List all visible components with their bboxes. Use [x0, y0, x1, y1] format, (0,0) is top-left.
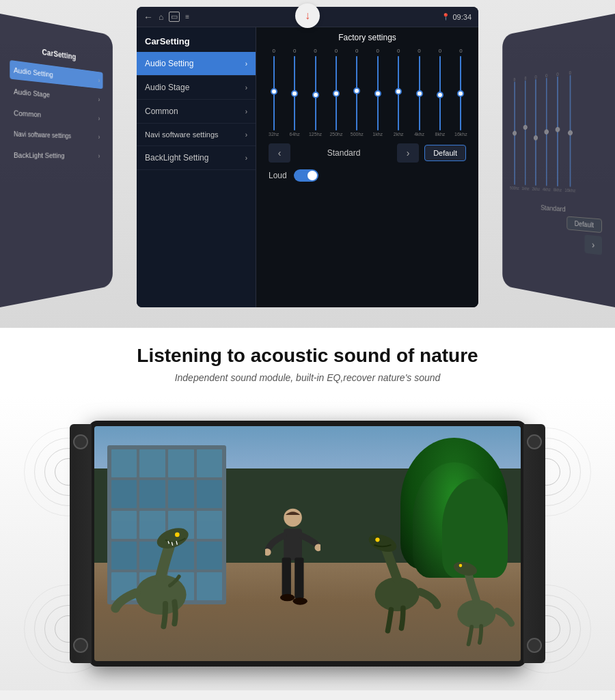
- panel-main-content: Factory settings 0 32hz 0: [256, 27, 478, 307]
- down-arrow-icon: ↓: [305, 10, 310, 22]
- menu-item-navi[interactable]: Navi software settings ›: [137, 124, 256, 146]
- menu-chevron-icon: ›: [245, 84, 247, 92]
- prev-preset-button[interactable]: ‹: [269, 143, 290, 163]
- eq-col-250hz: 0 250hz: [327, 48, 345, 137]
- left-menu-backlight[interactable]: BackLight Setting ›: [10, 145, 102, 165]
- dino-left: [107, 513, 206, 649]
- loud-label: Loud: [269, 171, 287, 180]
- dino-right-1: [359, 520, 444, 643]
- svg-rect-6: [295, 558, 303, 599]
- menu-chevron-icon: ›: [245, 108, 247, 115]
- svg-point-13: [375, 537, 379, 542]
- toggle-knob: [308, 171, 317, 180]
- mount-screw-tr: [527, 434, 542, 449]
- eq-col-16khz: 0 16khz: [452, 48, 470, 137]
- svg-point-3: [284, 509, 302, 527]
- chevron-right-icon: ›: [98, 77, 100, 84]
- settings-screen-section: ↓ CarSetting Audio Setting › Audio Stage…: [0, 0, 615, 328]
- topbar-time: 09:34: [452, 13, 472, 21]
- back-button[interactable]: ←: [144, 12, 153, 23]
- video-screen: [94, 426, 521, 661]
- menu-item-common[interactable]: Common ›: [137, 100, 256, 124]
- eq-col-4khz: 0 4khz: [410, 48, 428, 137]
- next-preset-button[interactable]: ›: [397, 143, 419, 163]
- eq-col-32hz: 0 32hz: [264, 48, 283, 137]
- left-panel-content: CarSetting Audio Setting › Audio Stage ›…: [3, 35, 108, 174]
- down-arrow-button[interactable]: ↓: [295, 3, 320, 28]
- right-mount: [523, 424, 545, 663]
- human-figure: [265, 501, 320, 638]
- chevron-right-icon: ›: [98, 152, 100, 159]
- svg-point-15: [452, 560, 478, 578]
- menu-chevron-icon: ›: [245, 131, 247, 139]
- car-head-unit: [89, 421, 526, 667]
- left-eq-bg: [110, 70, 118, 245]
- eq-col-125hz: 0 125hz: [306, 48, 325, 137]
- menu-chevron-icon: ›: [245, 60, 247, 68]
- mount-screw-bl: [73, 638, 88, 653]
- eq-controls-row: ‹ Standard › Default: [263, 139, 472, 167]
- right-next-button[interactable]: ›: [584, 235, 602, 255]
- right-bg-panel: 0 500hz 0 1khz 0: [502, 14, 615, 307]
- topbar-nav-icons: ← ⌂ ▭ ≡: [144, 12, 189, 23]
- svg-point-2: [175, 533, 180, 537]
- bottom-device-section: [0, 397, 615, 690]
- svg-point-7: [280, 594, 295, 602]
- home-icon[interactable]: ⌂: [159, 12, 163, 22]
- default-button[interactable]: Default: [424, 145, 466, 161]
- mount-screw-br: [527, 638, 542, 653]
- right-eq-display: 0 500hz 0 1khz 0: [510, 57, 602, 204]
- svg-rect-4: [284, 529, 302, 561]
- right-default-button[interactable]: Default: [567, 216, 602, 234]
- main-heading: Listening to acoustic sound of nature: [14, 345, 601, 367]
- panel-sidebar: CarSetting Audio Setting › Audio Stage ›…: [137, 27, 256, 307]
- svg-rect-5: [282, 558, 290, 599]
- topbar-status: 📍 09:34: [441, 13, 472, 21]
- sub-heading: Independent sound module, built-in EQ,re…: [14, 372, 601, 383]
- svg-point-16: [459, 564, 462, 568]
- menu-chevron-icon: ›: [245, 154, 247, 162]
- menu-icon[interactable]: ≡: [185, 13, 189, 20]
- eq-col-8khz: 0 8khz: [430, 48, 449, 137]
- menu-item-audio-stage[interactable]: Audio Stage ›: [137, 76, 256, 100]
- left-mount: [70, 424, 92, 663]
- menu-item-backlight[interactable]: BackLight Setting ›: [137, 146, 256, 170]
- dino-right-2: [444, 550, 517, 654]
- panel-body: CarSetting Audio Setting › Audio Stage ›…: [137, 27, 478, 307]
- eq-col-2khz: 0 2khz: [389, 48, 407, 137]
- preset-label: Standard: [296, 148, 392, 158]
- eq-sliders-container: 0 32hz 0 64hz 0: [263, 48, 472, 137]
- left-bg-panel: CarSetting Audio Setting › Audio Stage ›…: [0, 14, 113, 307]
- factory-settings-title: Factory settings: [263, 33, 472, 42]
- main-settings-panel: ← ⌂ ▭ ≡ 📍 09:34 CarSetting Audio Setting…: [137, 7, 478, 307]
- mount-screw-tl: [73, 434, 88, 449]
- eq-col-500hz: 0 500hz: [348, 48, 366, 137]
- menu-item-audio-setting[interactable]: Audio Setting ›: [137, 52, 256, 76]
- chevron-right-icon: ›: [98, 134, 100, 141]
- loud-row: Loud: [263, 167, 472, 187]
- sidebar-title: CarSetting: [137, 31, 256, 52]
- loud-toggle[interactable]: [294, 169, 318, 182]
- eq-col-1khz: 0 1khz: [368, 48, 387, 137]
- left-menu-navi[interactable]: Navi software settings ›: [10, 125, 102, 145]
- chevron-right-icon: ›: [98, 96, 100, 102]
- gps-icon: 📍: [441, 13, 450, 20]
- app-switcher-icon[interactable]: ▭: [169, 12, 180, 22]
- eq-col-64hz: 0 64hz: [285, 48, 303, 137]
- svg-point-8: [292, 598, 307, 605]
- chevron-right-icon: ›: [98, 115, 100, 122]
- device-screen-frame: [89, 421, 526, 667]
- middle-text-section: Listening to acoustic sound of nature In…: [0, 328, 615, 397]
